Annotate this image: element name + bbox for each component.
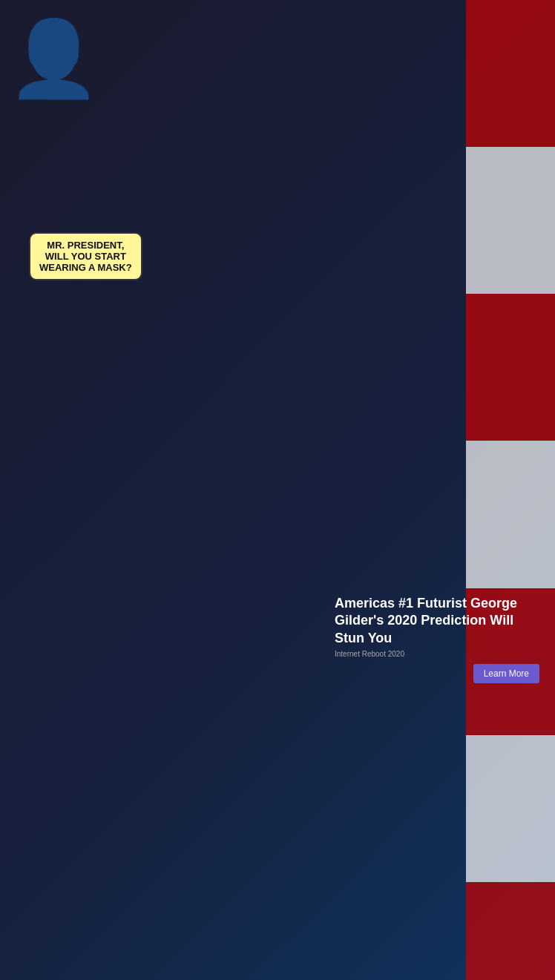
speech-bubble: MR. PRESIDENT,WILL YOU STARTWEARING A MA… [29,232,142,280]
ad-text: Americas #1 Futurist George Gilder's 202… [335,592,539,683]
side-ad[interactable]: 👤 Americas #1 Futurist George Gilder's 2… [326,530,548,692]
cartoonists-section: Townhall Cartoonists » all *Pat Cross *M… [6,529,549,693]
ad-headline: Americas #1 Futurist George Gilder's 202… [335,595,539,647]
ad-image: 👤 Americas #1 Futurist George Gilder's 2… [326,530,548,692]
side-ad-learn-more-button[interactable]: Learn More [473,664,539,683]
ad-source: Internet Reboot 2020 [335,650,539,658]
main-content: Mike LesterWashingtonPostWritersGrp ✕ CO… [0,188,555,980]
